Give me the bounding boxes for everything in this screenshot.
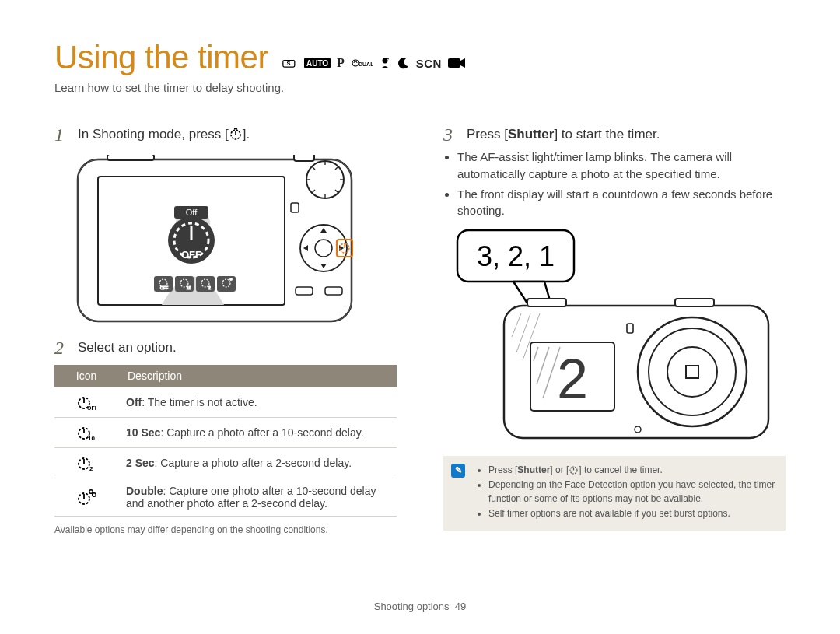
note-info-icon: ✎ xyxy=(451,464,465,478)
note-item: Depending on the Face Detection option y… xyxy=(488,478,776,506)
svg-text:2: 2 xyxy=(89,465,93,471)
step-number: 2 xyxy=(54,338,68,357)
note-box: ✎ Press [Shutter] or [ ] to cancel the t… xyxy=(443,456,786,531)
page-title: Using the timer xyxy=(54,39,268,76)
dual-mode-icon: DUAL xyxy=(351,58,373,68)
svg-rect-68 xyxy=(527,299,566,306)
svg-text:10: 10 xyxy=(88,435,95,441)
svg-point-79 xyxy=(667,347,717,397)
svg-text:OFF: OFF xyxy=(160,285,168,290)
row-2-desc: : Capture a photo after a 2-second delay… xyxy=(155,457,352,469)
step-3-pre: Press [ xyxy=(467,127,508,142)
bullet: The front display will start a countdown… xyxy=(457,186,786,220)
movie-mode-icon xyxy=(448,58,465,68)
options-table: Icon Description OFF Off: The timer is n… xyxy=(54,365,397,517)
svg-text:DUAL: DUAL xyxy=(359,61,373,67)
row-3-label: Double xyxy=(126,485,163,497)
step-3-notes: The AF-assist light/timer lamp blinks. T… xyxy=(457,149,786,219)
svg-text:Off: Off xyxy=(186,208,198,217)
row-1-desc: : Capture a photo after a 10-second dela… xyxy=(160,426,363,439)
step-1: 1 In Shooting mode, press [ ]. xyxy=(54,125,397,144)
svg-text:OFF: OFF xyxy=(181,249,201,261)
step-3-btn: Shutter xyxy=(508,127,555,142)
svg-point-4 xyxy=(352,60,359,66)
svg-point-43 xyxy=(229,278,233,281)
row-2-label: 2 Sec xyxy=(126,457,155,469)
svg-point-64 xyxy=(93,493,96,497)
countdown-bubble-text: 3, 2, 1 xyxy=(477,240,555,272)
svg-rect-14 xyxy=(294,155,314,161)
smart-mode-icon: S xyxy=(282,58,298,68)
svg-rect-34 xyxy=(196,276,215,292)
svg-point-63 xyxy=(89,490,93,494)
svg-rect-35 xyxy=(217,276,236,292)
row-0-label: Off xyxy=(126,396,142,408)
table-head-desc: Description xyxy=(118,365,397,387)
table-head-icon: Icon xyxy=(54,365,118,387)
timer-10-icon: 10 xyxy=(62,424,110,441)
svg-text:2: 2 xyxy=(208,285,211,290)
page-footer: Shooting options 49 xyxy=(0,601,840,612)
timer-double-icon xyxy=(62,488,110,506)
svg-text:S: S xyxy=(286,60,290,67)
footer-page: 49 xyxy=(455,601,466,612)
step-1-post: ]. xyxy=(243,127,250,142)
svg-text:AUTO: AUTO xyxy=(306,59,328,68)
timer-icon-inline xyxy=(569,464,579,475)
auto-mode-icon: AUTO xyxy=(304,58,331,68)
note-item: Press [Shutter] or [ ] to cancel the tim… xyxy=(488,464,776,477)
p-mode-icon: P xyxy=(337,56,345,70)
step-2: 2 Select an option. xyxy=(54,338,397,357)
scn-mode-icon: SCN xyxy=(416,57,442,70)
bullet: The AF-assist light/timer lamp blinks. T… xyxy=(457,149,786,183)
step-3: 3 Press [Shutter] to start the timer. xyxy=(443,125,786,144)
camera-back-illustration: OFF Off OFF 10 2 xyxy=(76,155,397,326)
svg-rect-13 xyxy=(107,155,154,160)
svg-point-48 xyxy=(315,240,332,257)
mode-icons-row: S AUTO P DUAL SCN xyxy=(282,56,465,70)
row-3-desc: : Capture one photo after a 10-second de… xyxy=(126,485,376,510)
row-0-desc: : The timer is not active. xyxy=(142,396,257,408)
svg-text:OFF: OFF xyxy=(87,405,96,411)
night-mode-icon xyxy=(397,57,410,69)
step-2-text: Select an option. xyxy=(78,338,177,357)
camera-front-illustration: 3, 2, 1 2 xyxy=(443,224,786,442)
step-number: 1 xyxy=(54,125,68,144)
front-display-number: 2 xyxy=(557,348,588,410)
beauty-mode-icon xyxy=(379,57,391,69)
svg-rect-7 xyxy=(448,58,460,68)
footer-section: Shooting options xyxy=(374,601,450,612)
step-3-post: ] to start the timer. xyxy=(554,127,660,142)
timer-button-icon xyxy=(229,127,243,141)
step-number: 3 xyxy=(443,125,457,144)
step-1-pre: In Shooting mode, press [ xyxy=(78,127,229,142)
svg-point-6 xyxy=(382,58,387,64)
svg-rect-69 xyxy=(675,299,714,306)
svg-text:10: 10 xyxy=(187,285,191,290)
note-item: Self timer options are not available if … xyxy=(488,507,776,520)
row-1-label: 10 Sec xyxy=(126,426,160,439)
timer-off-icon: OFF xyxy=(62,394,110,411)
timer-2-icon: 2 xyxy=(62,454,110,471)
table-footnote: Available options may differ depending o… xyxy=(54,524,397,535)
page-subtitle: Learn how to set the timer to delay shoo… xyxy=(54,81,786,94)
